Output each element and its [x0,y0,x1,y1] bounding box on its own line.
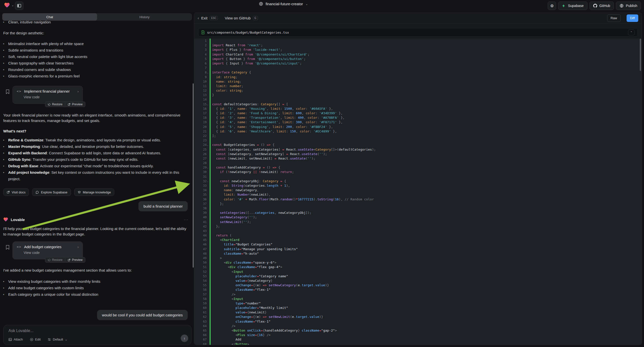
preview-button[interactable]: Preview [68,102,83,106]
edit-button[interactable]: Edit [30,338,40,341]
line-number: 26 [194,152,206,156]
preview-button[interactable]: Preview [68,258,83,262]
code-viewer-panel: ‹ Exit ESC View on GitHub G Raw Diff src… [194,12,642,345]
code-line: 23 [194,138,642,143]
line-number: 39 [194,210,206,215]
version-card-add-budget-categories[interactable]: <> Add budget categories › View code [12,242,83,260]
line-number: 7 [194,66,206,70]
raw-toggle-button[interactable]: Raw [607,14,620,22]
message-menu-button[interactable]: ··· [184,218,189,222]
restore-button[interactable]: Restore [48,102,62,106]
chevron-left-icon: ‹ [198,16,199,20]
ask-lovable-input[interactable] [8,328,158,333]
sidebar-toggle-button[interactable] [15,2,24,10]
line-number: 25 [194,147,206,152]
up-arrow-icon: ↑ [184,336,186,340]
code-scrollbar[interactable] [640,38,641,71]
line-number: 3 [194,48,206,52]
exit-button[interactable]: ‹ Exit ESC [198,16,218,20]
line-number: 51 [194,265,206,269]
knowledge-icon [78,191,81,194]
fold-chevron-icon[interactable]: ⌄ [207,143,208,147]
line-number: 11 [194,84,206,88]
github-button[interactable]: GitHub [590,2,614,10]
code-line: 49 > [194,256,642,260]
code-line: 64 /> [194,324,642,328]
line-number: 49 [194,256,206,260]
aesthetic-heading: For the design aesthetic: [3,31,44,35]
code-line: 25 const [categories, setCategories] = R… [194,147,642,152]
line-number: 40 [194,215,206,220]
line-number: 54 [194,278,206,283]
fold-chevron-icon[interactable]: ⌄ [207,179,208,184]
code-line: 33 id: String(categories.length + 1), [194,184,642,188]
publish-label: Publish [626,4,637,8]
code-line: 36 color: '#' + Math.floor(Math.random()… [194,197,642,202]
divider [65,258,65,261]
line-number: 41 [194,220,206,224]
list-item: View existing budget categories with the… [0,278,184,285]
line-number: 48 [194,252,206,256]
line-number: 14 [194,97,206,102]
fold-chevron-icon[interactable]: ⌄ [207,102,208,106]
sidebar-icon [17,4,21,8]
bookmark-icon[interactable] [6,245,10,250]
explore-supabase-button[interactable]: Explore Supabase [32,188,71,196]
view-code-link[interactable]: View code [24,251,79,255]
external-link-icon [7,191,10,194]
file-bar[interactable]: src/components/budget/BudgetCategories.t… [198,28,638,36]
line-number: 65 [194,328,206,333]
code-line: 48 className="h-auto" [194,252,642,256]
code-line: 53 placeholder="Category name" [194,274,642,278]
visit-docs-button[interactable]: Visit docs [3,188,29,196]
code-line: 17 { id: '2', name: 'Food & Dining', lim… [194,111,642,116]
code-line: 13} [194,93,642,97]
publish-button[interactable]: Publish [616,2,641,10]
chat-scrollbar[interactable] [193,84,194,268]
restore-preview-bar: Restore Preview [45,257,86,262]
lovable-heart-icon [4,2,10,8]
code-line: 2import React from 'react'; [194,43,642,48]
restore-button[interactable]: Restore [48,258,62,262]
fold-chevron-icon[interactable]: ⌄ [207,70,208,75]
code-line: 8⌄interface Category { [194,70,642,75]
view-on-github-button[interactable]: View on GitHub G [225,16,258,20]
send-button[interactable]: ↑ [181,334,188,342]
line-number: 19 [194,120,206,124]
bookmark-icon[interactable] [6,89,10,94]
line-number: 10 [194,80,206,84]
assistant-message: I'll help you add budget categories to t… [3,226,190,237]
line-number: 15 [194,102,206,106]
settings-button[interactable]: ⚙ [548,2,556,10]
whats-next-list: Refine & Customize: Tweak the design, an… [0,137,186,182]
top-bullet-list: Clean, intuitive navigation [0,19,184,26]
line-number: 46 [194,242,206,247]
attach-image-icon [8,338,12,341]
code-line: 61 value={newLimit} [194,310,642,315]
line-number: 66 [194,333,206,337]
line-number: 8 [194,70,206,75]
fold-chevron-icon[interactable]: ⌄ [207,165,208,170]
code-line: 21 { id: '6', name: 'Healthcare', limit:… [194,129,642,134]
top-bar: ⌄ financial-future-creator ⌄ ⚙ Supabase [0,0,644,12]
view-code-link[interactable]: View code [24,95,79,99]
code-line: 50 <div className="space-y-6"> [194,260,642,265]
mode-selector[interactable]: Default ⌄ [48,338,67,341]
user-message-bubble: would be cool if you could add budget ca… [97,310,188,320]
diff-toggle-button[interactable]: Diff [626,14,638,22]
version-card-implement-financial-planner[interactable]: <> Implement financial planner › View co… [12,86,83,104]
supabase-button[interactable]: Supabase [558,2,587,10]
code-line: 44 return ( [194,233,642,238]
chevron-down-icon: ⌄ [306,2,308,6]
project-switcher[interactable]: financial-future-creator ⌄ [259,2,308,6]
file-path: src/components/budget/BudgetCategories.t… [207,30,289,34]
code-line: 28 [194,161,642,165]
chat-bubble-icon [36,191,39,194]
collapse-file-button[interactable]: ⌃ [628,29,634,35]
attach-button[interactable]: Attach [8,338,23,341]
manage-knowledge-button[interactable]: Manage knowledge [74,188,114,196]
line-number: 29 [194,165,206,170]
lovable-logo[interactable]: ⌄ [4,2,14,8]
code-line: 5import { Button } from '@/components/ui… [194,57,642,61]
version-card-title: Implement financial planner [24,89,70,93]
